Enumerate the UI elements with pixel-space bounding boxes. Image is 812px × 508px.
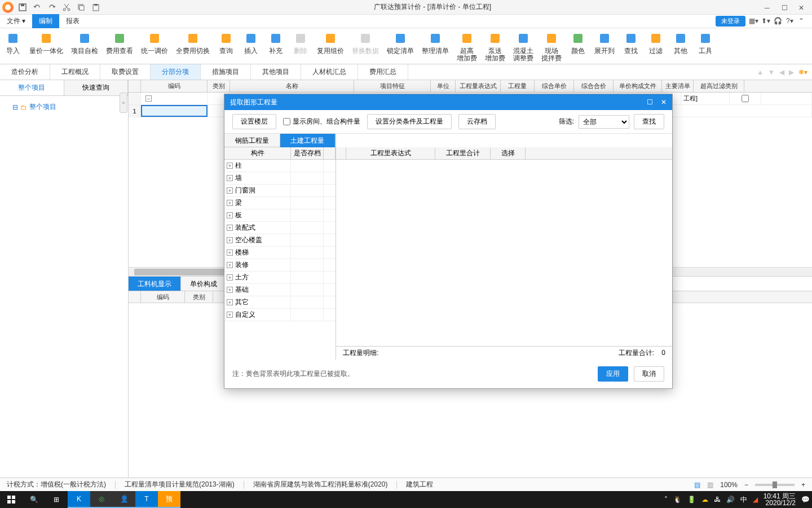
qty-col[interactable]: 选择 (491, 147, 526, 159)
taskbar-app-preview[interactable]: 预 (158, 491, 180, 508)
start-button[interactable] (0, 491, 23, 508)
tray-network-icon[interactable]: 🖧 (714, 496, 721, 503)
grid-col[interactable]: 超高过滤类别 (694, 80, 744, 92)
grid-col[interactable]: 项目特征 (354, 80, 431, 92)
grid-col[interactable]: 工程量 (501, 80, 535, 92)
subtab-5[interactable]: 其他项目 (251, 64, 301, 80)
menu-file[interactable]: 文件 ▾ (0, 14, 32, 28)
tree-row[interactable]: +楼梯 (224, 247, 336, 259)
grid-col[interactable]: 单位 (431, 80, 456, 92)
ribbon-颜色[interactable]: 颜色 (570, 30, 586, 64)
tree-row[interactable]: +自定义 (224, 309, 336, 321)
grid-col[interactable]: 单价构成文件 (614, 80, 662, 92)
ribbon-其他[interactable]: 其他 (672, 30, 689, 64)
expand-icon[interactable]: + (227, 212, 233, 218)
grid-col[interactable] (129, 80, 141, 92)
search-icon[interactable]: 🔍 (23, 491, 45, 508)
tree-row[interactable]: +墙 (224, 172, 336, 185)
subtab-3[interactable]: 分部分项 (151, 64, 201, 80)
grid-icon[interactable]: ▦▾ (749, 17, 758, 26)
ribbon-查询[interactable]: 查询 (218, 30, 235, 64)
expand-icon[interactable]: + (227, 175, 233, 181)
minimize-icon[interactable]: ─ (765, 4, 771, 11)
ribbon-费用查看[interactable]: 费用查看 (106, 30, 133, 64)
left-tab-project[interactable]: 整个项目 (0, 80, 64, 95)
ribbon-混凝土调整费[interactable]: 混凝土调整费 (513, 30, 533, 64)
expand-icon[interactable]: + (227, 163, 233, 169)
tray-penguin-icon[interactable]: 🐧 (673, 496, 682, 503)
subtab-4[interactable]: 措施项目 (201, 64, 251, 80)
qty-col[interactable]: 工程里表达式 (346, 147, 435, 159)
grid-col[interactable]: 工程量表达式 (456, 80, 501, 92)
qty-col[interactable]: 工程里合计 (435, 147, 491, 159)
expand-icon[interactable]: + (227, 249, 233, 256)
ribbon-泵送增加费[interactable]: 泵送增加费 (485, 30, 505, 64)
active-cell[interactable] (141, 105, 208, 117)
row-collapse-icon[interactable]: − (145, 95, 152, 102)
expand-icon[interactable]: + (227, 262, 233, 268)
expand-icon[interactable]: + (227, 237, 233, 243)
expand-icon[interactable]: + (227, 312, 233, 318)
menu-report[interactable]: 报表 (59, 14, 86, 28)
collapse-ribbon-icon[interactable]: ⌃ (798, 17, 807, 26)
help-icon[interactable]: ?▾ (786, 17, 795, 26)
tray-up-icon[interactable]: ˄ (664, 496, 668, 503)
save-icon[interactable] (18, 3, 27, 12)
grid-col[interactable]: 综合单价 (535, 80, 574, 92)
search-button[interactable]: 查找 (634, 114, 664, 129)
undo-icon[interactable] (33, 3, 42, 12)
cut-icon[interactable] (62, 3, 71, 12)
left-tab-quicksearch[interactable]: 快速查询 (64, 80, 129, 95)
panel-collapse-handle[interactable]: « (120, 93, 127, 113)
grid-col[interactable]: 编码 (141, 80, 208, 92)
tree-row[interactable]: +基础 (224, 284, 336, 296)
ribbon-删除[interactable]: 删除 (292, 30, 309, 64)
nav-left-icon[interactable]: ◀ (779, 68, 784, 76)
maximize-icon[interactable]: ☐ (782, 4, 788, 11)
quantity-grid[interactable] (336, 160, 672, 346)
cancel-button[interactable]: 取消 (634, 366, 664, 382)
settings-icon[interactable]: ❋▾ (798, 68, 807, 76)
ribbon-补充[interactable]: 补充 (267, 30, 284, 64)
set-classify-button[interactable]: 设置分类条件及工程量 (367, 114, 452, 129)
apply-button[interactable]: 应用 (598, 366, 628, 382)
nav-down-icon[interactable]: ▼ (768, 68, 775, 76)
expand-icon[interactable]: + (227, 287, 233, 293)
cloud-archive-button[interactable]: 云存档 (458, 114, 496, 129)
headset-icon[interactable]: 🎧 (774, 17, 783, 26)
subtab-0[interactable]: 造价分析 (0, 64, 50, 80)
zoom-out-icon[interactable]: − (744, 481, 748, 489)
grid-col[interactable]: 主要清单 (662, 80, 694, 92)
tray-battery-icon[interactable]: 🔋 (687, 496, 696, 503)
dialog-close-icon[interactable]: ✕ (661, 98, 667, 106)
tree-row[interactable]: +装配式 (224, 222, 336, 234)
tray-clock[interactable]: 10:41 周三 2020/12/2 (764, 493, 796, 506)
ribbon-统一调价[interactable]: 统一调价 (141, 30, 168, 64)
dialog-maximize-icon[interactable]: ☐ (647, 98, 653, 106)
tree-row[interactable]: +装修 (224, 259, 336, 271)
subtab-7[interactable]: 费用汇总 (358, 64, 408, 80)
taskbar-app-browser[interactable]: ◎ (90, 491, 113, 508)
show-room-checkbox-wrap[interactable]: 显示房间、组合构件量 (283, 117, 360, 126)
subtab-6[interactable]: 人材机汇总 (301, 64, 358, 80)
subtab-1[interactable]: 工程概况 (50, 64, 100, 80)
zoom-slider[interactable] (755, 484, 795, 486)
grid-col[interactable]: 名称 (230, 80, 354, 92)
bottom-tab-price[interactable]: 单价构成 (181, 277, 227, 291)
ribbon-复用组价[interactable]: 复用组价 (317, 30, 344, 64)
tree-row[interactable]: +柱 (224, 160, 336, 172)
taskview-icon[interactable]: ⊞ (45, 491, 68, 508)
tray-ime[interactable]: 中 (740, 495, 747, 505)
expand-icon[interactable]: + (227, 274, 233, 281)
filter-select[interactable]: 全部 (579, 115, 629, 129)
tray-notifications-icon[interactable]: 💬 (801, 496, 810, 503)
expand-icon[interactable]: + (227, 200, 233, 206)
bottom-tab-material[interactable]: 工料机显示 (129, 277, 181, 291)
taskbar-app-t[interactable]: T (135, 491, 158, 508)
main-list-checkbox[interactable] (742, 95, 749, 102)
expand-icon[interactable]: + (227, 187, 233, 194)
tray-volume-icon[interactable]: 🔊 (726, 496, 735, 503)
ribbon-导入[interactable]: 导入 (5, 30, 21, 64)
view-grid-icon[interactable]: ▤ (694, 481, 700, 489)
ribbon-现场搅拌费[interactable]: 现场搅拌费 (541, 30, 562, 64)
